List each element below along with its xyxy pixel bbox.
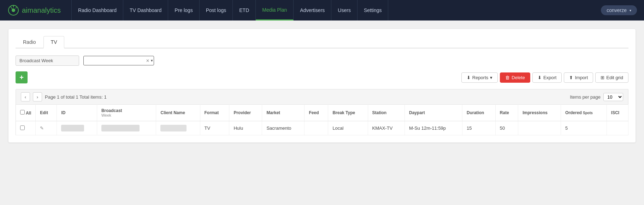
cell-client-name: Client [156, 121, 200, 135]
brand: aimanalytics [7, 4, 61, 17]
nav-advertisers[interactable]: Advertisers [294, 0, 331, 20]
th-format: Format [200, 105, 229, 121]
blurred-id: 0000 [61, 125, 84, 131]
actions-row: + ⬇ Reports ▾ 🗑 Delete ⬇ Export ⬆ [16, 71, 628, 83]
tab-bar: Radio TV [16, 36, 628, 48]
edit-icon[interactable]: ✎ [40, 125, 44, 131]
cell-feed [305, 121, 328, 135]
cell-break-type: Local [328, 121, 368, 135]
delete-button[interactable]: 🗑 Delete [500, 72, 530, 83]
import-button[interactable]: ⬆ Import [564, 72, 593, 83]
items-per-page-label: Items per page [570, 94, 601, 100]
nav-links: Radio Dashboard TV Dashboard Pre logs Po… [71, 0, 601, 20]
chevron-down-icon[interactable]: ▾ [151, 58, 153, 63]
download-icon: ⬇ [467, 75, 471, 80]
th-ordered-spots: Ordered Spots [561, 105, 607, 121]
nav-media-plan[interactable]: Media Plan [256, 0, 294, 20]
nav-post-logs[interactable]: Post logs [200, 0, 233, 20]
brand-name: aimanalytics [22, 6, 61, 14]
blurred-client-name: Client [160, 125, 186, 131]
th-feed: Feed [305, 105, 328, 121]
items-per-page: Items per page 10 25 50 100 [570, 93, 623, 101]
nav-tv-dashboard[interactable]: TV Dashboard [123, 0, 168, 20]
broadcast-week-input[interactable] [16, 55, 79, 66]
th-rate: Rate [495, 105, 518, 121]
cell-impressions [518, 121, 561, 135]
nav-users[interactable]: Users [331, 0, 358, 20]
reports-chevron-icon: ▾ [490, 75, 492, 80]
filters-row: ✕ ▾ [16, 55, 628, 66]
nav-pre-logs[interactable]: Pre logs [168, 0, 199, 20]
navbar: aimanalytics Radio Dashboard TV Dashboar… [0, 0, 644, 20]
cell-duration: 15 [462, 121, 495, 135]
nav-settings[interactable]: Settings [358, 0, 389, 20]
nav-radio-dashboard[interactable]: Radio Dashboard [71, 0, 123, 20]
cell-id: 0000 [57, 121, 97, 135]
import-icon: ⬆ [569, 75, 573, 80]
data-table: All Edit ID Broadcast Week Client Name F… [16, 104, 628, 135]
th-client-name: Client Name [156, 105, 200, 121]
cell-market: Sacramento [262, 121, 305, 135]
search-input[interactable] [87, 58, 146, 63]
cell-format: TV [200, 121, 229, 135]
edit-grid-button[interactable]: ⊞ Edit grid [595, 72, 628, 83]
items-per-page-select[interactable]: 10 25 50 100 [603, 93, 623, 101]
action-buttons: ⬇ Reports ▾ 🗑 Delete ⬇ Export ⬆ Import [461, 72, 628, 83]
tab-tv[interactable]: TV [43, 36, 65, 48]
th-break-type: Break Type [328, 105, 368, 121]
cell-provider: Hulu [229, 121, 262, 135]
user-dropdown-button[interactable]: converze ▾ [601, 5, 637, 15]
th-station: Station [368, 105, 405, 121]
nav-etd[interactable]: ETD [233, 0, 256, 20]
th-market: Market [262, 105, 305, 121]
pagination-controls: ‹ › Page 1 of total 1 Total items: 1 [21, 92, 107, 101]
cell-rate: 50 [495, 121, 518, 135]
main-content: Radio TV ✕ ▾ + ⬇ Reports ▾ [0, 20, 644, 151]
trash-icon: 🗑 [505, 75, 510, 80]
th-edit: Edit [36, 105, 57, 121]
grid-icon: ⊞ [601, 75, 604, 80]
brand-logo-icon [7, 4, 20, 17]
export-button[interactable]: ⬇ Export [532, 72, 562, 83]
nav-right: converze ▾ [601, 5, 637, 15]
page-info: Page 1 of total 1 Total items: 1 [45, 94, 107, 100]
th-isci: ISCI [607, 105, 628, 121]
export-icon: ⬇ [538, 75, 542, 80]
th-impressions: Impressions [518, 105, 561, 121]
cell-checkbox [16, 121, 36, 135]
th-daypart: Daypart [405, 105, 462, 121]
cell-edit: ✎ [36, 121, 57, 135]
user-name: converze [607, 7, 627, 13]
th-provider: Provider [229, 105, 262, 121]
cell-daypart: M-Su 12m-11:59p [405, 121, 462, 135]
th-id: ID [57, 105, 97, 121]
clear-icon[interactable]: ✕ [146, 58, 149, 63]
content-card: Radio TV ✕ ▾ + ⬇ Reports ▾ [8, 29, 636, 142]
prev-page-button[interactable]: ‹ [21, 92, 30, 101]
th-checkbox: All [16, 105, 36, 121]
table-row: ✎ 0000 0000-00 Client TV Hulu Sacramento [16, 121, 628, 135]
svg-line-3 [16, 7, 17, 8]
table-header-row: All Edit ID Broadcast Week Client Name F… [16, 105, 628, 121]
row-checkbox[interactable] [20, 125, 25, 130]
cell-station: KMAX-TV [368, 121, 405, 135]
add-button[interactable]: + [16, 71, 28, 83]
chevron-down-icon: ▾ [630, 8, 631, 12]
plus-icon: + [19, 74, 24, 82]
next-page-button[interactable]: › [33, 92, 42, 101]
th-duration: Duration [462, 105, 495, 121]
th-broadcast-week: Broadcast Week [97, 105, 156, 121]
blurred-broadcast-week: 0000-00 [101, 125, 140, 131]
cell-broadcast-week: 0000-00 [97, 121, 156, 135]
cell-ordered-spots: 5 [561, 121, 607, 135]
reports-button[interactable]: ⬇ Reports ▾ [461, 72, 498, 83]
pagination-row: ‹ › Page 1 of total 1 Total items: 1 Ite… [16, 89, 628, 104]
select-all-checkbox[interactable] [20, 110, 25, 115]
cell-isci [607, 121, 628, 135]
tab-radio[interactable]: Radio [16, 36, 43, 48]
search-select-wrapper: ✕ ▾ [83, 56, 154, 65]
